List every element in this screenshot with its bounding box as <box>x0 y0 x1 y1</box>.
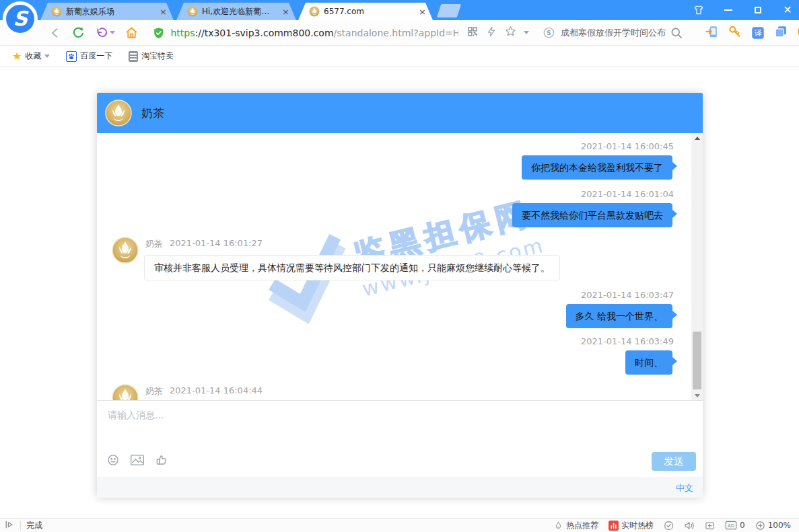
back-icon[interactable] <box>48 26 62 40</box>
search-box[interactable]: S 成都寒假放假开学时间公布 <box>543 26 666 39</box>
scrollbar-thumb[interactable] <box>693 332 701 389</box>
baidu-paw-icon <box>66 51 77 62</box>
undo-dropdown-icon[interactable] <box>110 31 115 34</box>
url-host: tx301-svip3.comm800.com <box>205 28 334 38</box>
tab-bar: S 新葡京娱乐场 × Hi,欢迎光临新葡京娱樂 × 6577.com × ✕ <box>0 0 799 20</box>
chat-input-area: 发送 <box>97 400 703 478</box>
undo-history-icon[interactable] <box>95 26 115 40</box>
ad-blocker-item[interactable]: AD 0 <box>725 521 745 530</box>
agent-avatar <box>112 237 139 264</box>
hot-recommend-item[interactable]: 热点推荐 <box>553 520 598 531</box>
message-timestamp: 2021-01-14 16:03:47 <box>581 290 674 300</box>
message-timestamp: 2021-01-14 16:04:44 <box>170 385 263 397</box>
message-bubble: 时间、 <box>625 350 672 375</box>
extensions-collection-icon[interactable] <box>773 24 788 42</box>
minimize-button[interactable] <box>722 4 734 16</box>
browser-logo[interactable]: S <box>3 1 38 36</box>
screenshot-icon[interactable] <box>705 521 715 531</box>
send-to-phone-icon[interactable] <box>705 24 720 42</box>
security-check-icon[interactable] <box>664 521 674 531</box>
search-query-text[interactable]: 成都寒假放假开学时间公布 <box>561 27 666 39</box>
scroll-up-icon[interactable] <box>691 133 703 143</box>
message-bubble: 要不然我给你们平台黑款发贴吧去 <box>512 203 672 227</box>
refresh-icon[interactable] <box>71 26 85 40</box>
agent-avatar <box>105 100 132 126</box>
sogou-search-badge-icon: S <box>543 26 555 39</box>
speed-lightning-icon[interactable] <box>485 26 497 40</box>
thumbs-up-icon[interactable] <box>155 453 168 469</box>
tab-title: Hi,欢迎光临新葡京娱樂 <box>202 6 277 17</box>
scroll-down-icon[interactable] <box>691 391 703 400</box>
chat-header: 奶茶 <box>97 93 703 133</box>
sound-icon[interactable] <box>684 521 695 531</box>
favorite-star-icon[interactable] <box>504 25 517 40</box>
tab-favicon-gold-icon <box>51 6 62 17</box>
svg-text:AD: AD <box>728 523 734 529</box>
bookmark-label: 百度一下 <box>80 50 112 62</box>
message-timestamp: 2021-01-14 16:03:49 <box>581 336 674 346</box>
url-path: /standalone.html?appId=H3 <box>334 28 458 38</box>
bookmark-baidu[interactable]: 百度一下 <box>61 50 118 62</box>
favorites-menu[interactable]: ★ 收藏 <box>7 50 55 63</box>
zoom-control[interactable]: 100% <box>755 521 791 531</box>
message-incoming: 奶茶2021-01-14 16:01:27 审核并非客服人员受理，具体情况需要等… <box>112 237 678 280</box>
url-dropdown-icon[interactable] <box>524 31 529 34</box>
search-magnifier-icon[interactable] <box>670 26 683 40</box>
tab-close-icon[interactable]: × <box>281 7 291 17</box>
message-timestamp: 2021-01-14 16:01:27 <box>170 238 263 250</box>
emoji-icon[interactable] <box>106 453 120 469</box>
zoom-level: 100% <box>768 521 791 530</box>
more-options-icon[interactable] <box>796 24 799 42</box>
bookmarks-bar: ★ 收藏 百度一下 淘宝特卖 <box>0 46 799 67</box>
realtime-hot-item[interactable]: 实时热榜 <box>609 520 654 531</box>
message-outgoing: 2021-01-14 16:00:45 你把我的本金给我盈利我不要了 <box>112 140 678 180</box>
message-bubble: 审核并非客服人员受理，具体情况需要等待风控部门下发的通知，只能麻烦您继续耐心等候… <box>144 255 560 280</box>
message-bubble: 你把我的本金给我盈利我不要了 <box>522 155 672 180</box>
qr-code-icon[interactable] <box>466 26 479 40</box>
translate-icon[interactable]: 译 <box>751 26 765 40</box>
image-upload-icon[interactable] <box>130 453 145 469</box>
language-switch-link[interactable]: 中文 <box>676 482 693 494</box>
message-incoming: 奶茶2021-01-14 16:04:44 还请您可先行稍作休息，不时可尝试是否… <box>112 384 678 400</box>
tab-6577-active[interactable]: 6577.com × <box>298 3 433 20</box>
tab-title: 6577.com <box>324 7 413 16</box>
bookmark-label: 淘宝特卖 <box>141 50 174 62</box>
url-text[interactable]: https://tx301-svip3.comm800.com/standalo… <box>170 28 458 38</box>
maximize-button[interactable] <box>752 4 764 16</box>
svg-text:译: 译 <box>755 29 762 38</box>
new-tab-button[interactable] <box>437 4 461 17</box>
url-scheme: https <box>170 28 195 38</box>
message-outgoing: 2021-01-14 16:01:04 要不然我给你们平台黑款发贴吧去 <box>112 188 678 227</box>
chat-footer: 中文 <box>97 478 703 498</box>
tab-xinpujing[interactable]: 新葡京娱乐场 × <box>40 3 174 20</box>
tab-welcome[interactable]: Hi,欢迎光临新葡京娱樂 × <box>176 3 296 20</box>
hot-recommend-label: 热点推荐 <box>566 520 598 531</box>
status-done-text: 完成 <box>26 520 42 531</box>
tab-close-icon[interactable]: × <box>158 7 168 17</box>
tab-close-icon[interactable]: × <box>417 7 427 17</box>
agent-avatar <box>112 384 139 400</box>
sidebar-toggle-icon[interactable] <box>4 520 15 531</box>
address-bar[interactable]: https://tx301-svip3.comm800.com/standalo… <box>152 25 529 40</box>
favorites-label: 收藏 <box>25 50 41 62</box>
skin-theme-icon[interactable] <box>693 4 705 16</box>
security-shield-icon <box>152 26 165 40</box>
favorites-dropdown-icon[interactable] <box>44 54 50 58</box>
password-key-icon[interactable] <box>728 24 742 42</box>
page-content: 奶茶 鉴黑担保网 www.jhdb8.com 2021-01-14 16:00:… <box>0 67 799 518</box>
ad-badge-icon: AD <box>725 521 737 530</box>
chat-message-area: 鉴黑担保网 www.jhdb8.com 2021-01-14 16:00:45 … <box>97 133 703 400</box>
bookmark-taobao[interactable]: 淘宝特卖 <box>123 50 179 62</box>
chat-window: 奶茶 鉴黑担保网 www.jhdb8.com 2021-01-14 16:00:… <box>97 93 703 498</box>
home-icon[interactable] <box>125 26 139 40</box>
hot-chart-icon <box>609 521 619 531</box>
send-button[interactable]: 发送 <box>652 452 696 471</box>
message-sender: 奶茶 <box>145 238 163 250</box>
address-toolbar: https://tx301-svip3.comm800.com/standalo… <box>0 20 799 46</box>
chat-scrollbar[interactable] <box>691 133 703 400</box>
message-input[interactable] <box>97 401 703 441</box>
document-icon <box>129 51 138 62</box>
realtime-hot-label: 实时热榜 <box>621 520 654 531</box>
svg-text:S: S <box>547 30 551 36</box>
window-close-button[interactable]: ✕ <box>781 4 794 16</box>
